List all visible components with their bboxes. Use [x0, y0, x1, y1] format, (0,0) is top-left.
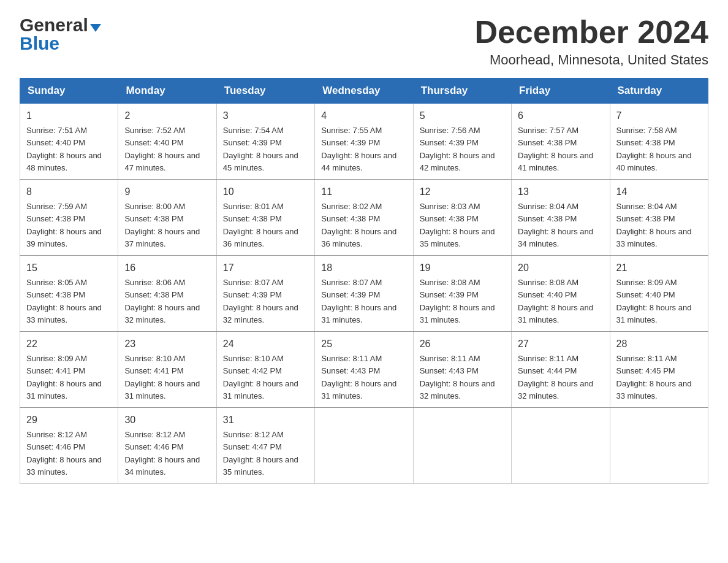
table-row: 9Sunrise: 8:00 AMSunset: 4:38 PMDaylight… [118, 180, 216, 256]
day-info: Sunrise: 8:06 AMSunset: 4:38 PMDaylight:… [124, 278, 200, 324]
day-number: 31 [223, 413, 308, 427]
table-row: 24Sunrise: 8:10 AMSunset: 4:42 PMDayligh… [216, 332, 314, 408]
day-info: Sunrise: 7:57 AMSunset: 4:38 PMDaylight:… [518, 126, 593, 172]
day-info: Sunrise: 8:02 AMSunset: 4:38 PMDaylight:… [321, 202, 396, 248]
day-number: 30 [124, 413, 210, 427]
day-info: Sunrise: 7:59 AMSunset: 4:38 PMDaylight:… [26, 202, 102, 248]
day-info: Sunrise: 8:01 AMSunset: 4:38 PMDaylight:… [223, 202, 298, 248]
day-info: Sunrise: 8:11 AMSunset: 4:43 PMDaylight:… [321, 354, 396, 400]
table-row: 10Sunrise: 8:01 AMSunset: 4:38 PMDayligh… [216, 180, 314, 256]
day-info: Sunrise: 7:58 AMSunset: 4:38 PMDaylight:… [616, 126, 692, 172]
header-tuesday: Tuesday [216, 79, 314, 104]
table-row: 30Sunrise: 8:12 AMSunset: 4:46 PMDayligh… [118, 408, 216, 484]
table-row [610, 408, 708, 484]
calendar-week-row: 1Sunrise: 7:51 AMSunset: 4:40 PMDaylight… [20, 104, 708, 180]
table-row: 1Sunrise: 7:51 AMSunset: 4:40 PMDaylight… [20, 104, 118, 180]
day-info: Sunrise: 8:09 AMSunset: 4:40 PMDaylight:… [616, 278, 692, 324]
day-number: 15 [26, 261, 112, 275]
calendar-table: Sunday Monday Tuesday Wednesday Thursday… [20, 78, 708, 484]
table-row: 23Sunrise: 8:10 AMSunset: 4:41 PMDayligh… [118, 332, 216, 408]
day-number: 11 [321, 185, 406, 199]
day-info: Sunrise: 8:08 AMSunset: 4:40 PMDaylight:… [518, 278, 593, 324]
day-number: 6 [518, 109, 603, 123]
day-number: 12 [420, 185, 505, 199]
table-row: 6Sunrise: 7:57 AMSunset: 4:38 PMDaylight… [512, 104, 610, 180]
day-number: 18 [321, 261, 406, 275]
table-row: 26Sunrise: 8:11 AMSunset: 4:43 PMDayligh… [413, 332, 511, 408]
weekday-header-row: Sunday Monday Tuesday Wednesday Thursday… [20, 79, 708, 104]
table-row: 13Sunrise: 8:04 AMSunset: 4:38 PMDayligh… [512, 180, 610, 256]
table-row: 5Sunrise: 7:56 AMSunset: 4:39 PMDaylight… [413, 104, 511, 180]
table-row: 8Sunrise: 7:59 AMSunset: 4:38 PMDaylight… [20, 180, 118, 256]
day-info: Sunrise: 8:07 AMSunset: 4:39 PMDaylight:… [223, 278, 298, 324]
day-info: Sunrise: 8:11 AMSunset: 4:45 PMDaylight:… [616, 354, 692, 400]
day-number: 22 [26, 337, 112, 351]
table-row: 28Sunrise: 8:11 AMSunset: 4:45 PMDayligh… [610, 332, 708, 408]
day-number: 17 [223, 261, 308, 275]
logo-general-text: General [20, 15, 88, 36]
logo-triangle-icon [90, 24, 101, 32]
table-row [512, 408, 610, 484]
day-info: Sunrise: 7:55 AMSunset: 4:39 PMDaylight:… [321, 126, 396, 172]
calendar-week-row: 22Sunrise: 8:09 AMSunset: 4:41 PMDayligh… [20, 332, 708, 408]
day-number: 8 [26, 185, 112, 199]
day-info: Sunrise: 8:05 AMSunset: 4:38 PMDaylight:… [26, 278, 102, 324]
table-row: 12Sunrise: 8:03 AMSunset: 4:38 PMDayligh… [413, 180, 511, 256]
table-row: 21Sunrise: 8:09 AMSunset: 4:40 PMDayligh… [610, 256, 708, 332]
calendar-subtitle: Moorhead, Minnesota, United States [474, 52, 708, 68]
day-info: Sunrise: 8:12 AMSunset: 4:46 PMDaylight:… [26, 430, 102, 477]
day-info: Sunrise: 7:54 AMSunset: 4:39 PMDaylight:… [223, 126, 298, 172]
logo-blue-text: Blue [20, 33, 59, 54]
calendar-week-row: 15Sunrise: 8:05 AMSunset: 4:38 PMDayligh… [20, 256, 708, 332]
day-number: 1 [26, 109, 112, 123]
header-monday: Monday [118, 79, 216, 104]
day-number: 23 [124, 337, 210, 351]
day-number: 7 [616, 109, 702, 123]
day-info: Sunrise: 8:04 AMSunset: 4:38 PMDaylight:… [518, 202, 593, 248]
day-number: 10 [223, 185, 308, 199]
table-row: 31Sunrise: 8:12 AMSunset: 4:47 PMDayligh… [216, 408, 314, 484]
day-info: Sunrise: 8:10 AMSunset: 4:41 PMDaylight:… [124, 354, 200, 400]
day-info: Sunrise: 8:12 AMSunset: 4:46 PMDaylight:… [124, 430, 200, 477]
day-info: Sunrise: 8:12 AMSunset: 4:47 PMDaylight:… [223, 430, 298, 477]
day-number: 27 [518, 337, 603, 351]
table-row: 17Sunrise: 8:07 AMSunset: 4:39 PMDayligh… [216, 256, 314, 332]
day-info: Sunrise: 7:56 AMSunset: 4:39 PMDaylight:… [420, 126, 495, 172]
table-row: 19Sunrise: 8:08 AMSunset: 4:39 PMDayligh… [413, 256, 511, 332]
day-number: 9 [124, 185, 210, 199]
day-number: 16 [124, 261, 210, 275]
day-number: 5 [420, 109, 505, 123]
day-number: 4 [321, 109, 406, 123]
table-row: 7Sunrise: 7:58 AMSunset: 4:38 PMDaylight… [610, 104, 708, 180]
table-row: 4Sunrise: 7:55 AMSunset: 4:39 PMDaylight… [315, 104, 413, 180]
day-number: 29 [26, 413, 112, 427]
day-info: Sunrise: 7:51 AMSunset: 4:40 PMDaylight:… [26, 126, 102, 172]
table-row: 14Sunrise: 8:04 AMSunset: 4:38 PMDayligh… [610, 180, 708, 256]
day-number: 26 [420, 337, 505, 351]
table-row: 16Sunrise: 8:06 AMSunset: 4:38 PMDayligh… [118, 256, 216, 332]
day-number: 25 [321, 337, 406, 351]
day-info: Sunrise: 8:07 AMSunset: 4:39 PMDaylight:… [321, 278, 396, 324]
table-row: 20Sunrise: 8:08 AMSunset: 4:40 PMDayligh… [512, 256, 610, 332]
day-info: Sunrise: 8:04 AMSunset: 4:38 PMDaylight:… [616, 202, 692, 248]
header-friday: Friday [512, 79, 610, 104]
table-row: 3Sunrise: 7:54 AMSunset: 4:39 PMDaylight… [216, 104, 314, 180]
day-number: 28 [616, 337, 702, 351]
calendar-week-row: 29Sunrise: 8:12 AMSunset: 4:46 PMDayligh… [20, 408, 708, 484]
day-info: Sunrise: 7:52 AMSunset: 4:40 PMDaylight:… [124, 126, 200, 172]
day-number: 24 [223, 337, 308, 351]
table-row: 25Sunrise: 8:11 AMSunset: 4:43 PMDayligh… [315, 332, 413, 408]
day-info: Sunrise: 8:11 AMSunset: 4:44 PMDaylight:… [518, 354, 593, 400]
table-row [413, 408, 511, 484]
table-row: 27Sunrise: 8:11 AMSunset: 4:44 PMDayligh… [512, 332, 610, 408]
day-number: 21 [616, 261, 702, 275]
title-block: December 2024 Moorhead, Minnesota, Unite… [474, 15, 708, 68]
header-thursday: Thursday [413, 79, 511, 104]
table-row: 29Sunrise: 8:12 AMSunset: 4:46 PMDayligh… [20, 408, 118, 484]
table-row: 15Sunrise: 8:05 AMSunset: 4:38 PMDayligh… [20, 256, 118, 332]
day-number: 20 [518, 261, 603, 275]
calendar-week-row: 8Sunrise: 7:59 AMSunset: 4:38 PMDaylight… [20, 180, 708, 256]
table-row: 18Sunrise: 8:07 AMSunset: 4:39 PMDayligh… [315, 256, 413, 332]
day-info: Sunrise: 8:08 AMSunset: 4:39 PMDaylight:… [420, 278, 495, 324]
day-number: 13 [518, 185, 603, 199]
